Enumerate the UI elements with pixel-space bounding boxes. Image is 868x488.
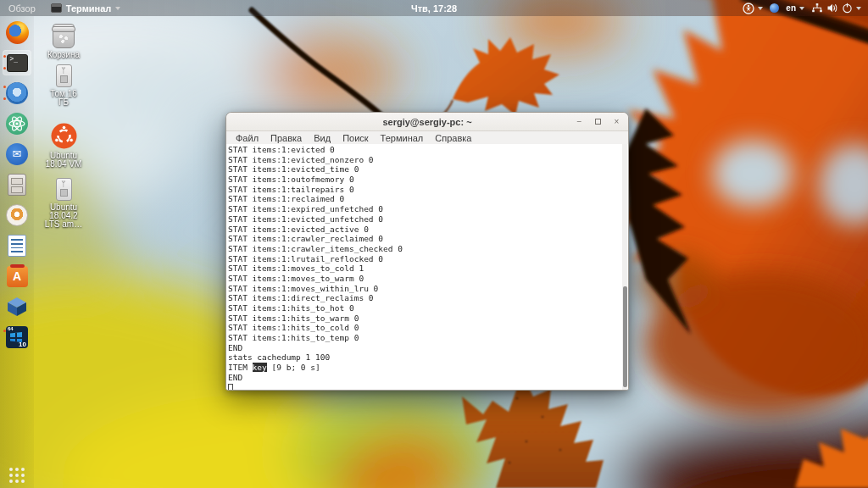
terminal-content[interactable]: STAT items:1:evicted 0STAT items:1:evict… xyxy=(226,144,628,390)
menu-item[interactable]: Терминал xyxy=(375,133,430,143)
menu-item[interactable]: Вид xyxy=(308,133,337,143)
terminal-app-icon xyxy=(51,3,62,13)
ubuntu-logo-icon xyxy=(51,123,77,149)
terminal-line: STAT items:1:direct_reclaims 0 xyxy=(228,293,621,303)
menu-item[interactable]: Поиск xyxy=(337,133,374,143)
focused-app-menu[interactable]: Терминал xyxy=(44,0,128,16)
accessibility-menu[interactable] xyxy=(743,3,763,14)
dock-item-atom[interactable] xyxy=(3,111,31,136)
terminal-line: STAT items:1:reclaimed 0 xyxy=(228,194,621,204)
terminal-line: STAT items:1:hits_to_hot 0 xyxy=(228,303,621,313)
dock-item-windows10-vm[interactable]: 6410 xyxy=(3,324,31,350)
windows10-vm-icon: 6410 xyxy=(6,326,28,348)
terminal-line: STAT items:1:hits_to_cold 0 xyxy=(228,323,621,333)
dock-item-terminal[interactable]: >_ xyxy=(3,50,31,75)
system-menu[interactable] xyxy=(811,3,861,14)
atom-icon xyxy=(6,113,28,135)
usb-drive-icon xyxy=(56,178,72,201)
app-a-icon: A xyxy=(7,266,28,287)
menu-item[interactable]: Файл xyxy=(230,133,264,143)
terminal-icon: >_ xyxy=(7,54,28,72)
app-indicator-sphere-icon[interactable] xyxy=(770,3,779,13)
clock[interactable]: Чтв, 17:28 xyxy=(0,3,868,14)
desktop-icon-label: Том 16ГБ xyxy=(50,90,77,107)
system-tray: en xyxy=(743,0,868,16)
terminal-menubar: ФайлПравкаВидПоискТерминалСправка xyxy=(226,131,628,144)
terminal-line: STAT items:1:outofmemory 0 xyxy=(228,175,621,185)
top-bar: Обзор Терминал Чтв, 17:28 en xyxy=(0,0,868,16)
terminal-line: STAT items:1:evicted_active 0 xyxy=(228,225,621,235)
volume-icon xyxy=(826,3,838,14)
dock-item-files[interactable] xyxy=(3,172,31,197)
terminal-line xyxy=(228,383,621,391)
desktop-icon-label: Корзина xyxy=(47,51,80,59)
terminal-line: STAT items:1:hits_to_temp 0 xyxy=(228,333,621,343)
activities-button[interactable]: Обзор xyxy=(0,0,44,16)
dropdown-caret-icon xyxy=(799,7,804,10)
dock-item-virtualbox[interactable] xyxy=(3,294,31,319)
close-button[interactable]: × xyxy=(610,115,623,128)
terminal-titlebar[interactable]: sergiy@sergiy-pc: ~ − × xyxy=(226,113,628,131)
desktop-icon-label: Ubuntu18.04 VM xyxy=(46,152,82,169)
terminal-line: STAT items:1:moves_to_cold 1 xyxy=(228,263,621,274)
terminal-output: STAT items:1:evicted 0STAT items:1:evict… xyxy=(228,145,621,390)
running-indicator-dot xyxy=(3,67,6,69)
system-menu-caret-icon xyxy=(856,7,861,10)
running-indicator-dot xyxy=(3,86,6,88)
terminal-line: STAT items:1:evicted_time 0 xyxy=(228,164,621,175)
focused-app-label: Терминал xyxy=(66,3,112,14)
dock-item-app-a[interactable]: A xyxy=(3,263,31,289)
dock-item-chromium[interactable] xyxy=(3,80,31,106)
dock-item-thunderbird[interactable]: ✉ xyxy=(3,141,31,167)
menu-item[interactable]: Справка xyxy=(429,133,477,143)
rhythmbox-icon xyxy=(6,204,28,226)
terminal-line: STAT items:1:crawler_items_checked 0 xyxy=(228,244,621,254)
running-indicator-dot xyxy=(3,330,6,332)
dock-item-firefox[interactable] xyxy=(3,19,31,45)
libreoffice-writer-icon xyxy=(8,235,26,257)
terminal-line: STAT items:1:moves_within_lru 0 xyxy=(228,284,621,294)
chromium-icon xyxy=(6,82,28,104)
scrollbar[interactable] xyxy=(622,144,627,390)
desktop-icon-label: Ubuntu18.04.2LTS am… xyxy=(45,203,82,229)
dock: >_ ✉ A 6410 xyxy=(0,16,34,488)
thunderbird-icon: ✉ xyxy=(6,143,28,165)
menu-item[interactable]: Правка xyxy=(264,133,308,143)
terminal-line: END xyxy=(228,343,621,353)
maximize-button[interactable] xyxy=(592,115,604,128)
terminal-line: STAT items:1:expired_unfetched 0 xyxy=(228,204,621,214)
virtualbox-icon xyxy=(6,296,28,318)
terminal-line: STAT items:1:evicted 0 xyxy=(228,145,621,155)
dock-item-libreoffice-writer[interactable] xyxy=(3,233,31,258)
running-indicator-dot xyxy=(3,97,6,100)
terminal-window: sergiy@sergiy-pc: ~ − × ФайлПравкаВидПои… xyxy=(225,112,629,391)
terminal-line: END xyxy=(228,373,621,383)
terminal-line: STAT items:1:evicted_nonzero 0 xyxy=(228,155,621,165)
running-indicator-dot xyxy=(3,55,6,58)
trash-icon xyxy=(53,24,75,48)
keyboard-layout-label: en xyxy=(786,3,796,13)
keyboard-layout-menu[interactable]: en xyxy=(786,3,804,13)
dock-item-rhythmbox[interactable] xyxy=(3,202,31,228)
terminal-line: STAT items:1:hits_to_warm 0 xyxy=(228,313,621,324)
show-applications-button[interactable] xyxy=(9,468,25,483)
terminal-line: STAT items:1:tailrepairs 0 xyxy=(228,185,621,195)
terminal-cursor xyxy=(228,384,233,391)
desktop: Обзор Терминал Чтв, 17:28 en xyxy=(0,0,868,488)
power-icon xyxy=(842,3,853,14)
scrollbar-thumb[interactable] xyxy=(623,286,627,387)
desktop-icon-ubuntu-usb[interactable]: Ubuntu18.04.2LTS am… xyxy=(39,178,88,229)
desktop-icon-trash[interactable]: Корзина xyxy=(39,24,88,59)
dropdown-caret-icon xyxy=(115,7,120,10)
accessibility-icon xyxy=(743,3,754,14)
file-cabinet-icon xyxy=(8,174,26,196)
minimize-button[interactable]: − xyxy=(573,115,586,128)
desktop-icon-ubuntu-vm[interactable]: Ubuntu18.04 VM xyxy=(39,123,88,169)
terminal-line: STAT items:1:lrutail_reflocked 0 xyxy=(228,254,621,264)
terminal-line: STAT items:1:moves_to_warm 0 xyxy=(228,274,621,284)
terminal-line: STAT items:1:crawler_reclaimed 0 xyxy=(228,234,621,244)
network-icon xyxy=(811,3,823,14)
usb-drive-icon xyxy=(56,64,72,87)
desktop-icon-volume-16gb[interactable]: Том 16ГБ xyxy=(39,64,88,107)
terminal-line: ITEM key [9 b; 0 s] xyxy=(228,363,621,373)
